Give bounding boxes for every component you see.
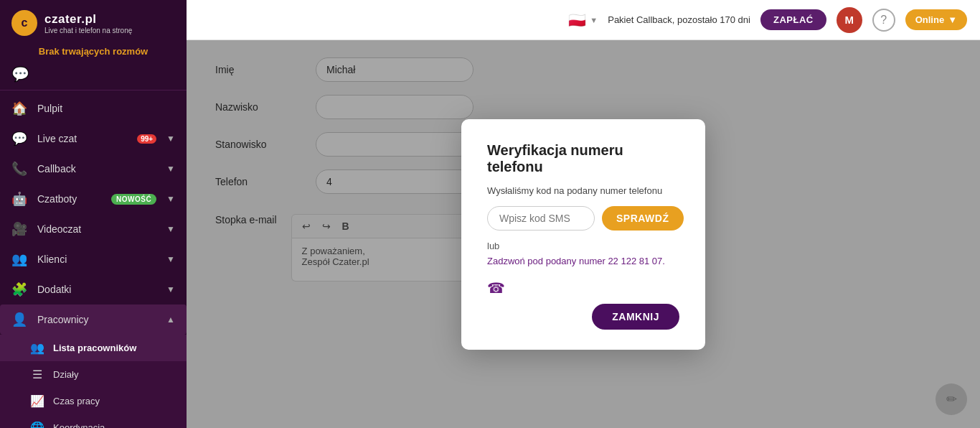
phone-icon: 📞 <box>11 161 27 177</box>
home-icon: 🏠 <box>11 101 27 116</box>
sms-row: SPRAWDŹ <box>487 206 679 231</box>
flag-selector[interactable]: 🇵🇱 ▼ <box>568 11 598 29</box>
flag-dropdown-arrow: ▼ <box>590 16 598 24</box>
sidebar-item-dzialy[interactable]: ☰ Działy <box>0 361 187 388</box>
globe-icon: 🌐 <box>30 421 44 428</box>
package-text: Pakiet Callback, pozostało 170 dni <box>608 14 750 25</box>
sub-label-koordynacja: Koordynacja <box>53 422 105 428</box>
sidebar-item-videoczat[interactable]: 🎥 Videoczat ▼ <box>0 214 187 244</box>
videoczat-arrow: ▼ <box>166 224 175 234</box>
modal-subtitle: Wysłaliśmy kod na podany numer telefonu <box>487 185 679 196</box>
clients-icon: 👥 <box>11 251 27 267</box>
sidebar-label-videoczat: Videoczat <box>37 223 156 235</box>
logo-text-block: czater.pl Live chat i telefon na stronę <box>44 12 132 34</box>
main-content: 🇵🇱 ▼ Pakiet Callback, pozostało 170 dni … <box>187 0 980 428</box>
dodatki-arrow: ▼ <box>166 284 175 294</box>
sidebar-item-pulpit[interactable]: 🏠 Pulpit <box>0 93 187 124</box>
pracownicy-arrow: ▲ <box>166 315 175 325</box>
sidebar-item-czas-pracy[interactable]: 📈 Czas pracy <box>0 388 187 414</box>
sidebar-item-pracownicy[interactable]: 👤 Pracownicy ▲ <box>0 304 187 335</box>
sub-label-lista: Lista pracowników <box>53 343 136 353</box>
sidebar-label-pulpit: Pulpit <box>37 103 175 114</box>
chat-bubble: 💬 <box>11 66 29 82</box>
sub-label-dzialy: Działy <box>53 369 78 380</box>
modal-title: Weryfikacja numeru telefonu <box>487 142 679 175</box>
sidebar-label-czatboty: Czatboty <box>37 193 101 205</box>
sidebar-label-callback: Callback <box>37 163 156 175</box>
sidebar: c czater.pl Live chat i telefon na stron… <box>0 0 187 428</box>
czatboty-badge: NOWOŚĆ <box>111 194 156 205</box>
logo: c czater.pl Live chat i telefon na stron… <box>0 0 187 42</box>
list-workers-icon: 👥 <box>30 341 44 355</box>
topbar: 🇵🇱 ▼ Pakiet Callback, pozostało 170 dni … <box>187 0 980 40</box>
no-chats-label: Brak trwających rozmów <box>0 42 187 61</box>
modal: Weryfikacja numeru telefonu Wysłaliśmy k… <box>461 119 705 350</box>
logo-icon: c <box>11 10 37 36</box>
sidebar-item-czatboty[interactable]: 🤖 Czatboty NOWOŚĆ ▼ <box>0 184 187 214</box>
sub-label-czas: Czas pracy <box>53 396 100 406</box>
bot-icon: 🤖 <box>11 191 27 207</box>
puzzle-icon: 🧩 <box>11 282 27 297</box>
modal-overlay: Weryfikacja numeru telefonu Wysłaliśmy k… <box>187 40 980 428</box>
sidebar-item-live-czat[interactable]: 💬 Live czat 99+ ▼ <box>0 124 187 154</box>
phone-call-icon: ☎ <box>487 279 679 297</box>
sidebar-item-dodatki[interactable]: 🧩 Dodatki ▼ <box>0 274 187 304</box>
online-button[interactable]: Online ▼ <box>905 9 967 30</box>
live-czat-arrow: ▼ <box>166 134 175 144</box>
chat-bubble-icon: 💬 <box>0 61 187 87</box>
callback-arrow: ▼ <box>166 164 175 174</box>
sidebar-label-live-czat: Live czat <box>37 133 127 144</box>
flag-icon: 🇵🇱 <box>568 11 586 29</box>
sidebar-item-klienci[interactable]: 👥 Klienci ▼ <box>0 244 187 274</box>
sidebar-label-klienci: Klienci <box>37 253 156 265</box>
modal-phone-text: Zadzwoń pod podany numer 22 122 81 07. <box>487 256 679 266</box>
close-modal-button[interactable]: ZAMKNIJ <box>592 304 679 330</box>
online-label: Online <box>915 14 944 25</box>
time-icon: 📈 <box>30 394 44 408</box>
chat-icon: 💬 <box>11 131 27 146</box>
workers-icon: 👤 <box>11 312 27 327</box>
online-arrow: ▼ <box>948 14 957 25</box>
sidebar-item-lista-pracownikow[interactable]: 👥 Lista pracowników <box>0 335 187 361</box>
form-area: Imię Nazwisko Stanowisko Telefon Stopka … <box>187 40 980 428</box>
pay-button[interactable]: ZAPŁAĆ <box>760 9 826 30</box>
sidebar-label-dodatki: Dodatki <box>37 284 156 295</box>
live-czat-badge: 99+ <box>137 134 156 144</box>
sidebar-item-callback[interactable]: 📞 Callback ▼ <box>0 154 187 184</box>
avatar[interactable]: M <box>837 7 862 33</box>
logo-name: czater.pl <box>44 12 132 27</box>
czatboty-arrow: ▼ <box>166 194 175 204</box>
departments-icon: ☰ <box>30 368 44 381</box>
modal-or: lub <box>487 241 679 251</box>
klienci-arrow: ▼ <box>166 254 175 264</box>
sms-input[interactable] <box>487 206 595 231</box>
sidebar-item-koordynacja[interactable]: 🌐 Koordynacja <box>0 414 187 428</box>
sidebar-label-pracownicy: Pracownicy <box>37 314 156 325</box>
check-button[interactable]: SPRAWDŹ <box>602 206 684 231</box>
logo-tagline: Live chat i telefon na stronę <box>44 27 132 34</box>
help-button[interactable]: ? <box>872 9 895 32</box>
video-icon: 🎥 <box>11 221 27 237</box>
